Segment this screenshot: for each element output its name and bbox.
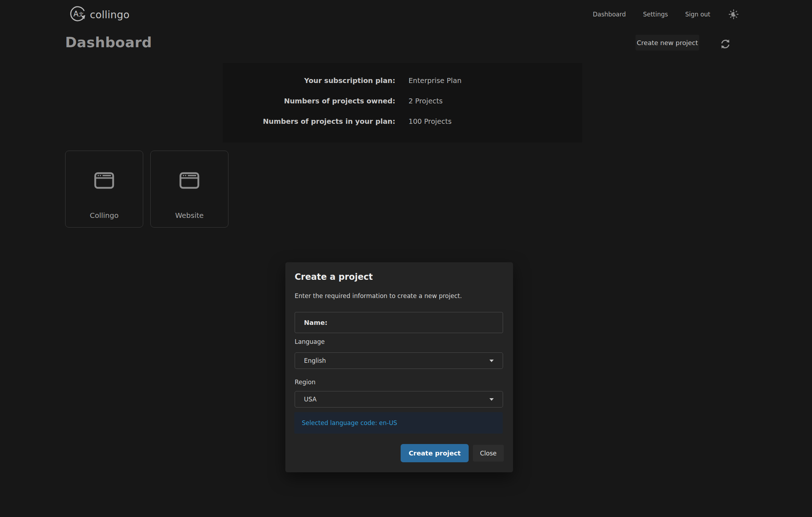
modal-title: Create a project (295, 272, 373, 282)
refresh-icon[interactable] (717, 36, 733, 52)
subscription-row: Numbers of projects in your plan: 100 Pr… (223, 117, 582, 126)
svg-text:A: A (73, 10, 79, 18)
nav-link-settings[interactable]: Settings (643, 11, 668, 18)
subscription-value: Enterprise Plan (409, 77, 461, 85)
language-select[interactable]: English (295, 352, 503, 369)
browser-window-icon (179, 172, 199, 190)
create-project-button[interactable]: Create project (401, 444, 468, 462)
chevron-down-icon (489, 398, 494, 401)
language-code-info-text: Selected language code: en-US (302, 419, 397, 426)
project-name-field[interactable]: Name: (295, 312, 503, 333)
modal-description: Enter the required information to create… (295, 292, 462, 299)
sun-moon-icon[interactable] (728, 8, 740, 20)
project-card-website[interactable]: Website (150, 151, 228, 228)
svg-text:文: 文 (79, 11, 84, 17)
subscription-label: Numbers of projects in your plan: (223, 117, 395, 126)
project-name-input[interactable] (327, 312, 503, 333)
subscription-panel: Your subscription plan: Enterprise Plan … (223, 63, 582, 142)
subscription-label: Numbers of projects owned: (223, 97, 395, 106)
subscription-row: Your subscription plan: Enterprise Plan (223, 77, 582, 85)
close-button[interactable]: Close (473, 445, 504, 462)
nav-link-dashboard[interactable]: Dashboard (593, 11, 626, 18)
project-cards: Collingo Website (65, 151, 228, 228)
brand-logo[interactable]: A 文 collingo (69, 6, 130, 24)
language-code-info-box: Selected language code: en-US (294, 412, 503, 434)
project-card-label: Collingo (66, 211, 143, 220)
subscription-label: Your subscription plan: (223, 77, 395, 85)
name-field-label: Name: (304, 319, 327, 326)
create-project-modal: Create a project Enter the required info… (285, 262, 513, 472)
page-title: Dashboard (65, 34, 152, 50)
brand-name: collingo (90, 9, 130, 21)
app-background: A 文 collingo Dashboard Settings Sign out (0, 0, 812, 517)
subscription-row: Numbers of projects owned: 2 Projects (223, 97, 582, 106)
language-selected-value: English (304, 357, 326, 364)
project-card-collingo[interactable]: Collingo (65, 151, 143, 228)
region-selected-value: USA (304, 396, 316, 403)
region-select[interactable]: USA (295, 391, 503, 408)
create-new-project-button[interactable]: Create new project (635, 35, 699, 50)
region-label: Region (295, 379, 315, 386)
translate-icon: A 文 (69, 6, 86, 24)
modal-actions: Create project Close (401, 444, 504, 462)
language-label: Language (295, 338, 325, 345)
nav-link-sign-out[interactable]: Sign out (685, 11, 710, 18)
browser-window-icon (94, 172, 114, 190)
subscription-value: 100 Projects (409, 117, 451, 126)
top-nav: Dashboard Settings Sign out (593, 0, 740, 29)
chevron-down-icon (489, 360, 494, 362)
project-card-label: Website (151, 211, 228, 220)
subscription-value: 2 Projects (409, 97, 443, 106)
